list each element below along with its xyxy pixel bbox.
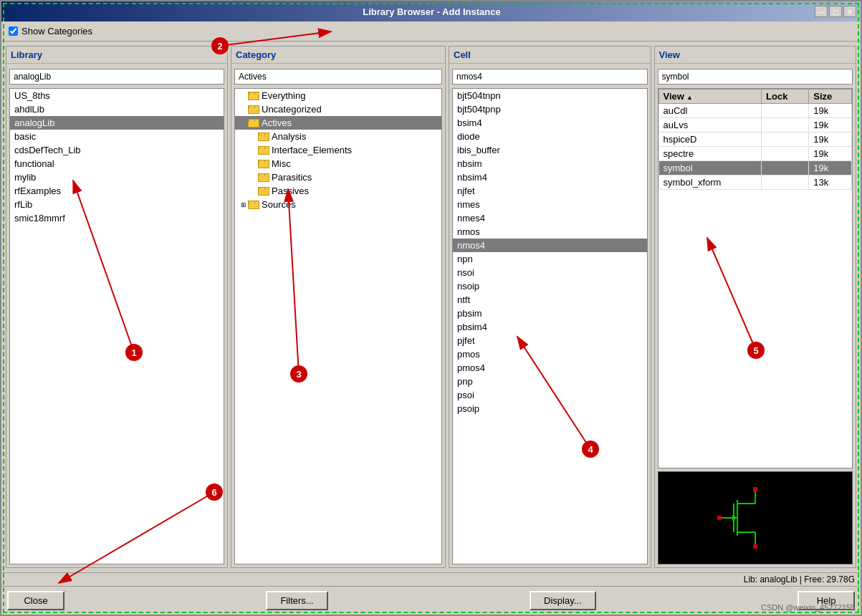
cell-list-item[interactable]: pnp [453,375,647,388]
folder-icon [248,105,259,114]
library-list-item[interactable]: cdsDefTech_Lib [10,143,224,157]
cell-list-item[interactable]: njfet [453,184,647,198]
cell-list-item[interactable]: bjt504tpnp [453,102,647,116]
cell-list-item[interactable]: pmos4 [453,361,647,375]
library-list-item[interactable]: smic18mmrf [10,211,224,225]
view-table-row[interactable]: spectre19k [659,147,852,161]
category-list-item[interactable]: Interface_Elements [235,143,441,157]
help-button[interactable]: Help [798,591,855,610]
svg-rect-11 [717,516,722,520]
window-title: Library Browser - Add Instance [49,6,815,17]
view-cell-size: 19k [809,104,852,118]
cell-list-item[interactable]: nmos4 [453,239,647,252]
category-list[interactable]: EverythingUncategorizedActivesAnalysisIn… [234,88,442,564]
cell-list-item[interactable]: psoi [453,388,647,402]
library-list[interactable]: US_8thsahdlLibanalogLibbasiccdsDefTech_L… [9,88,224,564]
status-bar: Lib: analogLib | Free: 29.78G [1,572,861,586]
cell-list-item[interactable]: nmos [453,225,647,239]
view-table-header-view[interactable]: View▲ [659,90,762,104]
library-panel-header: Library [6,47,227,64]
cell-list-item[interactable]: nbsim [453,157,647,170]
view-input[interactable] [658,69,853,85]
cell-list[interactable]: bjt504tnpnbjt504tpnpbsim4diodeibis_buffe… [452,88,648,564]
view-table-row[interactable]: symbol19k [659,161,852,175]
library-list-item[interactable]: rfLib [10,198,224,211]
library-list-item[interactable]: functional [10,157,224,170]
cell-list-item[interactable]: ibis_buffer [453,143,647,157]
view-cell-size: 19k [809,118,852,133]
cell-list-item[interactable]: psoip [453,402,647,415]
view-cell-size: 19k [809,147,852,161]
title-bar: Library Browser - Add Instance — ◻ ✕ [1,1,861,21]
category-list-item[interactable]: Passives [235,184,441,198]
view-panel-header: View [655,47,856,64]
view-table-header-size[interactable]: Size [809,90,852,104]
view-table-row[interactable]: auLvs19k [659,118,852,133]
close-button[interactable]: Close [7,591,64,610]
category-input[interactable] [234,69,442,85]
cell-list-item[interactable]: pbsim4 [453,320,647,334]
category-list-item[interactable]: Everything [235,89,441,102]
cell-list-item[interactable]: pjfet [453,334,647,347]
view-table-row[interactable]: symbol_xform13k [659,175,852,190]
view-table-row[interactable]: hspiceD19k [659,133,852,147]
cell-list-item[interactable]: nmes [453,198,647,211]
show-categories-label[interactable]: Show Categories [9,26,92,37]
library-list-item[interactable]: analogLib [10,116,224,130]
show-categories-checkbox[interactable] [9,27,18,36]
view-cell-view: spectre [659,147,762,161]
cell-list-item[interactable]: bjt504tnpn [453,89,647,102]
cell-panel-header: Cell [449,47,651,64]
category-list-item[interactable]: Parasitics [235,170,441,184]
cell-list-item[interactable]: nmes4 [453,211,647,225]
view-table: View▲LockSize auCdl19kauLvs19khspiceD19k… [659,89,853,190]
folder-icon [248,119,259,127]
view-table-header-lock[interactable]: Lock [762,90,809,104]
library-list-item[interactable]: mylib [10,170,224,184]
folder-icon [248,201,259,209]
library-list-item[interactable]: ahdlLib [10,102,224,116]
close-button[interactable]: ✕ [843,6,856,17]
category-list-item[interactable]: Analysis [235,130,441,143]
expand-arrow-icon[interactable]: ⊞ [239,201,248,209]
cell-list-item[interactable]: bsim4 [453,116,647,130]
cell-input[interactable] [452,69,648,85]
cell-list-item[interactable]: pbsim [453,307,647,320]
category-list-item[interactable]: Misc [235,157,441,170]
category-list-item[interactable]: Actives [235,116,441,130]
library-list-item[interactable]: rfExamples [10,184,224,198]
view-table-container[interactable]: View▲LockSize auCdl19kauLvs19khspiceD19k… [658,88,853,468]
cell-list-item[interactable]: npn [453,252,647,266]
restore-button[interactable]: ◻ [829,6,842,17]
view-cell-view: symbol_xform [659,175,762,190]
category-item-label: Sources [262,199,296,210]
view-cell-size: 19k [809,133,852,147]
folder-icon [258,173,269,182]
category-list-item[interactable]: Uncategorized [235,102,441,116]
main-content: Library US_8thsahdlLibanalogLibbasiccdsD… [1,42,861,572]
view-cell-lock [762,175,809,190]
category-list-item[interactable]: ⊞Sources [235,198,441,211]
category-item-label: Everything [262,90,305,101]
cell-list-item[interactable]: pmos [453,347,647,361]
library-list-item[interactable]: US_8ths [10,89,224,102]
library-input[interactable] [9,69,224,85]
folder-icon [258,146,269,155]
folder-icon [248,92,259,100]
display-button[interactable]: Display... [530,591,596,610]
main-window: Library Browser - Add Instance — ◻ ✕ Sho… [0,0,862,616]
view-table-row[interactable]: auCdl19k [659,104,852,118]
view-cell-size: 19k [809,161,852,175]
view-cell-lock [762,147,809,161]
cell-list-item[interactable]: diode [453,130,647,143]
filters-button[interactable]: Filters... [266,591,327,610]
folder-icon [258,160,269,168]
cell-list-item[interactable]: ntft [453,293,647,307]
library-list-item[interactable]: basic [10,130,224,143]
cell-list-item[interactable]: nsoip [453,279,647,293]
cell-list-item[interactable]: nsoi [453,266,647,279]
toolbar: Show Categories [1,21,861,42]
show-categories-text: Show Categories [21,26,92,37]
minimize-button[interactable]: — [815,6,828,17]
cell-list-item[interactable]: nbsim4 [453,170,647,184]
